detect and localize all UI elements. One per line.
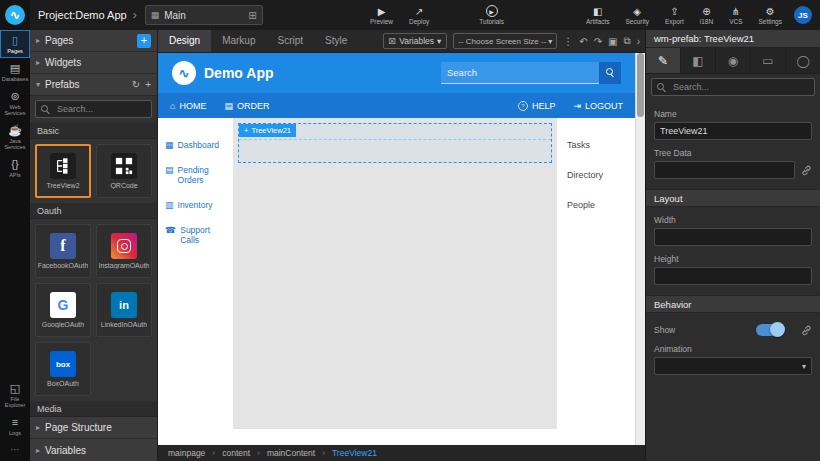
prefabs-accordion[interactable]: ▾ Prefabs ↻ + (30, 74, 157, 96)
i18n-icon: ⊕ (702, 6, 710, 17)
menu-support-calls[interactable]: ☎ Support Calls (165, 225, 226, 245)
bind-link-icon[interactable] (801, 165, 812, 176)
pages-accordion[interactable]: ▸ Pages + (30, 30, 157, 52)
tab-properties[interactable]: ✎ (646, 48, 681, 73)
page-selector[interactable]: ▦ Main ⊞ (145, 5, 263, 25)
security-button[interactable]: ◈ Security (617, 6, 656, 25)
app-search-button[interactable] (599, 62, 621, 84)
refresh-icon[interactable]: ↻ (132, 79, 140, 90)
prefab-search-input[interactable] (55, 103, 146, 115)
rail-item-apis[interactable]: {} APIs (0, 154, 30, 182)
variables-accordion[interactable]: ▸ Variables (30, 439, 157, 461)
variables-icon: ☒ (389, 36, 397, 46)
show-toggle[interactable] (756, 324, 783, 336)
prefab-search (35, 100, 152, 118)
menu-pending-orders[interactable]: ▤ Pending Orders (165, 165, 226, 185)
preview-button[interactable]: ▶ Preview (362, 6, 401, 25)
fullscreen-icon[interactable]: ⧉ (624, 35, 631, 47)
artifacts-button[interactable]: ◧ Artifacts (578, 6, 617, 25)
tree-data-label: Tree Data (654, 148, 812, 158)
prefab-box-oauth[interactable]: box BoxOAuth (35, 342, 91, 396)
nav-help[interactable]: ? HELP (518, 101, 556, 111)
prefab-instagram-oauth[interactable]: InstagramOAuth (96, 224, 152, 278)
tab-design[interactable]: Design (158, 30, 211, 52)
tab-events[interactable]: ◉ (716, 48, 751, 73)
nav-logout[interactable]: ⇥ LOGOUT (573, 101, 623, 111)
redo-icon[interactable]: ↷ (594, 36, 602, 47)
rail-item-web-services[interactable]: ⊚ Web Services (0, 86, 30, 120)
vcs-button[interactable]: ⋔ VCS (721, 6, 750, 25)
more-menu-icon[interactable]: ⋮ (563, 36, 573, 47)
rail-item-file-explorer[interactable]: ◱ File Explorer (0, 378, 30, 412)
breadcrumb-mainpage[interactable]: mainpage (168, 448, 205, 458)
preview-mode-icon[interactable]: ▣ (608, 36, 617, 47)
tab-advanced[interactable]: ◯ (786, 48, 820, 73)
export-button[interactable]: ⇪ Export (657, 6, 692, 25)
property-search (651, 78, 815, 96)
app-nav: ⌂ HOME ▤ ORDER ? HELP ⇥ LOGOUT (158, 93, 635, 118)
nav-order[interactable]: ▤ ORDER (224, 101, 269, 111)
menu-tasks[interactable]: Tasks (567, 140, 625, 150)
prefab-google-oauth[interactable]: G GoogleOAuth (35, 283, 91, 337)
rail-item-databases[interactable]: ▤ Databases (0, 58, 30, 86)
tutorials-button[interactable]: ▶ Tutorials (471, 5, 512, 25)
menu-directory[interactable]: Directory (567, 170, 625, 180)
animation-label: Animation (654, 344, 812, 354)
screen-size-select[interactable]: -- Choose Screen Size -- ▾ (453, 33, 557, 49)
prefab-linkedin-oauth[interactable]: in LinkedInOAuth (96, 283, 152, 337)
user-avatar[interactable]: JS (794, 6, 812, 24)
treeview-widget[interactable]: + TreeView21 (238, 123, 552, 163)
import-prefab-icon[interactable]: + (145, 79, 151, 90)
tree-data-input[interactable] (654, 161, 795, 179)
page-structure-accordion[interactable]: ▸ Page Structure (30, 417, 157, 439)
settings-button[interactable]: ⚙ Settings (751, 6, 791, 25)
tab-styles[interactable]: ◧ (681, 48, 716, 73)
animation-select[interactable]: ▾ (654, 357, 812, 375)
scrollbar-thumb[interactable] (637, 53, 644, 117)
rail-item-java-services[interactable]: ☕ Java Services (0, 120, 30, 154)
prefab-qrcode[interactable]: QRCode (96, 144, 152, 198)
i18n-button[interactable]: ⊕ i18N (692, 6, 721, 25)
layout-section-header: Layout (646, 189, 820, 207)
collapse-panel-icon[interactable]: › (637, 36, 640, 47)
rail-item-logs[interactable]: ≡ Logs (0, 412, 30, 440)
app-search-input[interactable] (441, 67, 599, 78)
add-page-button[interactable]: + (137, 34, 151, 48)
folder-icon: ◱ (10, 383, 20, 394)
widgets-accordion[interactable]: ▸ Widgets (30, 52, 157, 74)
breadcrumb-maincontent[interactable]: mainContent (267, 448, 315, 458)
app-logo-icon: ∿ (172, 61, 196, 85)
deploy-button[interactable]: ↗ Deploy (401, 6, 437, 25)
google-icon: G (50, 292, 76, 318)
menu-inventory[interactable]: ▥ Inventory (165, 200, 226, 210)
nav-logout-label: LOGOUT (585, 101, 623, 111)
inventory-icon: ▥ (165, 200, 174, 210)
prefab-facebook-oauth[interactable]: f FacebookOAuth (35, 224, 91, 278)
tab-markup[interactable]: Markup (211, 30, 266, 52)
undo-icon[interactable]: ↶ (579, 36, 587, 47)
breadcrumb-treeview21[interactable]: TreeView21 (332, 448, 377, 458)
chevron-icon: ▸ (36, 446, 40, 455)
breadcrumb-content[interactable]: content (222, 448, 250, 458)
width-input[interactable] (654, 228, 812, 246)
rail-apis-label: APIs (9, 172, 21, 178)
tab-script[interactable]: Script (267, 30, 315, 52)
bind-link-icon[interactable] (801, 325, 812, 336)
more-options-icon[interactable]: ⋯ (0, 440, 30, 461)
export-label: Export (665, 18, 684, 25)
variables-button[interactable]: ☒ Variables ▾ (383, 33, 448, 49)
studio-logo[interactable]: ∿ (0, 0, 30, 30)
globe-icon: ⊚ (10, 91, 19, 102)
property-search-input[interactable] (671, 81, 809, 93)
canvas-scrollbar[interactable] (635, 53, 645, 445)
tab-devices[interactable]: ▭ (751, 48, 786, 73)
rail-item-pages[interactable]: ▯ Pages (0, 30, 30, 58)
height-input[interactable] (654, 267, 812, 285)
menu-dashboard[interactable]: ▦ Dashboard (165, 140, 226, 150)
tab-style[interactable]: Style (314, 30, 358, 52)
name-input[interactable] (654, 122, 812, 140)
nav-home[interactable]: ⌂ HOME (170, 101, 206, 111)
widget-selection-tag[interactable]: + TreeView21 (239, 124, 296, 137)
prefab-treeview2[interactable]: TreeView2 (35, 144, 91, 198)
menu-people[interactable]: People (567, 200, 625, 210)
